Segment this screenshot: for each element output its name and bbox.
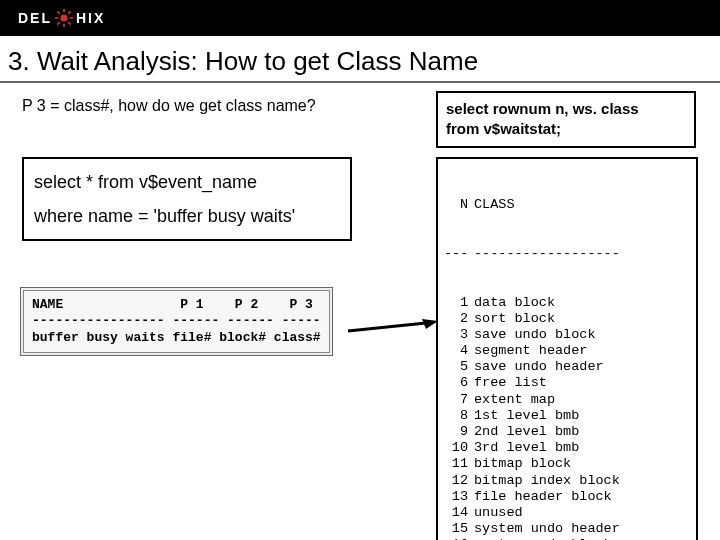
class-list-row: 4segment header [444, 343, 686, 359]
svg-line-6 [68, 22, 71, 24]
class-list-row: 1data block [444, 295, 686, 311]
class-list-row-class: extent map [474, 392, 686, 408]
class-list-row: 103rd level bmb [444, 440, 686, 456]
class-list-row: 5save undo header [444, 359, 686, 375]
class-list-rows: 1data block2sort block3save undo block4s… [444, 295, 686, 541]
slide-title: 3. Wait Analysis: How to get Class Name [8, 46, 710, 77]
class-list-header: NCLASS [444, 197, 686, 213]
class-list-box: NCLASS --------------------- 1data block… [436, 157, 698, 540]
class-list-row: 81st level bmb [444, 408, 686, 424]
event-table-divider: ----------------- ------ ------ ----- [32, 313, 321, 328]
class-list-row-class: system undo header [474, 521, 686, 537]
class-list-row-n: 11 [444, 456, 474, 472]
arrow-icon [346, 319, 438, 335]
class-list-row-n: 2 [444, 311, 474, 327]
svg-line-9 [348, 323, 426, 331]
class-list-row-class: 3rd level bmb [474, 440, 686, 456]
class-list-n-header: N [444, 197, 474, 213]
class-list-row: 14unused [444, 505, 686, 521]
class-list-row-n: 8 [444, 408, 474, 424]
class-list-row-class: save undo block [474, 327, 686, 343]
class-list-row-n: 10 [444, 440, 474, 456]
class-list-row-class: unused [474, 505, 686, 521]
class-list-row-class: bitmap index block [474, 473, 686, 489]
class-list-c-header: CLASS [474, 197, 686, 213]
class-list-row-n: 15 [444, 521, 474, 537]
class-list-row-class: data block [474, 295, 686, 311]
class-list-row-n: 12 [444, 473, 474, 489]
class-list-row-n: 7 [444, 392, 474, 408]
class-list-row-class: 1st level bmb [474, 408, 686, 424]
class-list-row-n: 3 [444, 327, 474, 343]
class-list-row-class: 2nd level bmb [474, 424, 686, 440]
class-list-row-n: 14 [444, 505, 474, 521]
title-underline [0, 81, 720, 83]
class-list-row-n: 13 [444, 489, 474, 505]
event-table-inner: NAME P 1 P 2 P 3 ----------------- -----… [23, 290, 330, 353]
sql-waitstat-box: select rownum n, ws. class from v$waitst… [436, 91, 696, 148]
sql-waitstat-line2: from v$waitstat; [446, 119, 686, 139]
class-list-row: 7extent map [444, 392, 686, 408]
header-bar: DEL HIX [0, 0, 720, 36]
content-area: P 3 = class#, how do we get class name? … [0, 97, 720, 540]
class-list-row-class: file header block [474, 489, 686, 505]
event-table-row: buffer busy waits file# block# class# [32, 330, 321, 345]
class-list-c-div: ------------------ [474, 246, 686, 262]
svg-line-8 [57, 22, 60, 24]
class-list-row-n: 5 [444, 359, 474, 375]
class-list-row-n: 9 [444, 424, 474, 440]
class-list-row: 11bitmap block [444, 456, 686, 472]
class-list-row-class: sort block [474, 311, 686, 327]
event-table-box: NAME P 1 P 2 P 3 ----------------- -----… [20, 287, 333, 356]
class-list-row-n: 6 [444, 375, 474, 391]
class-list-row-class: free list [474, 375, 686, 391]
sql-waitstat-line1: select rownum n, ws. class [446, 99, 686, 119]
svg-line-7 [68, 11, 71, 14]
svg-line-5 [57, 11, 60, 14]
sql-eventname-box: select * from v$event_name where name = … [22, 157, 352, 241]
class-list-divider: --------------------- [444, 246, 686, 262]
sun-icon [54, 8, 74, 28]
event-table-header: NAME P 1 P 2 P 3 [32, 297, 313, 312]
class-list-row-class: bitmap block [474, 456, 686, 472]
class-list-row-class: save undo header [474, 359, 686, 375]
class-list-row-class: segment header [474, 343, 686, 359]
class-list-row: 2sort block [444, 311, 686, 327]
class-list-row-n: 4 [444, 343, 474, 359]
logo-text-right: HIX [76, 10, 105, 26]
sql-eventname-line1: select * from v$event_name [34, 165, 340, 199]
sql-eventname-line2: where name = 'buffer busy waits' [34, 199, 340, 233]
class-list-row: 3save undo block [444, 327, 686, 343]
class-list-n-div: --- [444, 246, 474, 262]
class-list-row: 15system undo header [444, 521, 686, 537]
class-list-row: 12bitmap index block [444, 473, 686, 489]
class-list-row-n: 1 [444, 295, 474, 311]
class-list-row: 92nd level bmb [444, 424, 686, 440]
class-list-row: 6free list [444, 375, 686, 391]
brand-logo: DEL HIX [18, 8, 105, 28]
class-list-row: 13file header block [444, 489, 686, 505]
svg-point-0 [61, 15, 68, 22]
logo-text-left: DEL [18, 10, 52, 26]
